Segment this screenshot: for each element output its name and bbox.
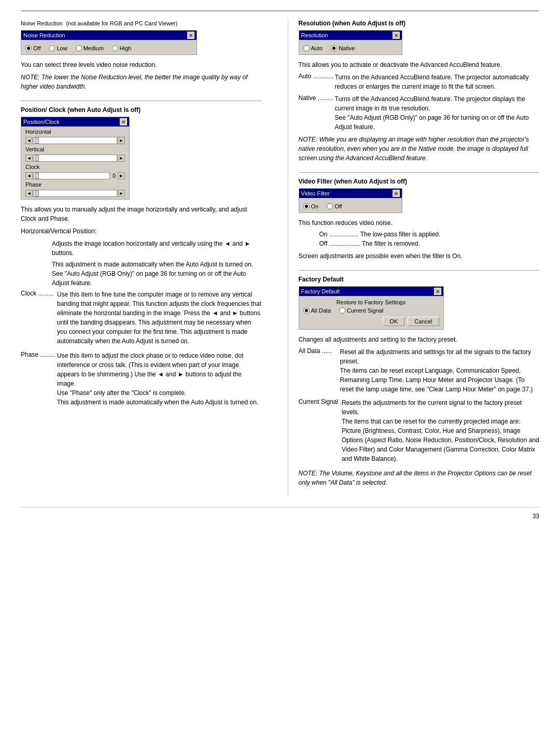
phase-label: Phase	[23, 180, 127, 189]
position-clock-dialog: Position/Clock ✕ Horizontal ◄ ►	[21, 117, 130, 200]
video-filter-body1: This function reduces video noise.	[299, 218, 540, 228]
phase-left-button[interactable]: ◄	[25, 190, 33, 197]
video-filter-section: Video Filter (when Auto Adjust is off) V…	[299, 178, 540, 261]
noise-off-radio[interactable]	[25, 45, 32, 51]
clock-term-label: Clock .........	[21, 290, 57, 346]
factory-default-titlebar: Factory Default ✕	[299, 287, 443, 296]
noise-reduction-close-button[interactable]: ✕	[187, 32, 194, 39]
noise-reduction-options: Off Low Medium	[21, 40, 197, 54]
vertical-left-button[interactable]: ◄	[25, 154, 33, 162]
left-column: Noise Reduction (not available for RGB a…	[21, 20, 272, 497]
noise-off-option[interactable]: Off	[25, 45, 40, 51]
position-clock-close-button[interactable]: ✕	[120, 118, 127, 125]
factory-currentsignal-option[interactable]: Current Signal	[339, 307, 383, 314]
video-filter-on-radio[interactable]	[303, 203, 310, 209]
noise-reduction-radio-row: Off Low Medium	[25, 45, 192, 51]
position-body1: This allows you to manually adjust the i…	[21, 205, 262, 223]
factory-default-close-button[interactable]: ✕	[434, 288, 441, 295]
resolution-options: Auto Native	[299, 40, 402, 54]
factory-alldata-label: All Data ......	[299, 347, 340, 394]
resolution-native-term: Native ......... Turns off the Advanced …	[299, 94, 540, 132]
resolution-titlebar: Resolution ✕	[299, 31, 402, 40]
resolution-native-option[interactable]: Native	[331, 45, 355, 51]
video-filter-off-option[interactable]: Off	[327, 203, 342, 209]
factory-currentsignal-label: Current Signal .	[299, 398, 342, 463]
factory-alldata-desc: Reset all the adjustments and settings f…	[340, 347, 540, 394]
phase-slider-track[interactable]	[33, 190, 117, 197]
video-filter-title: Video Filter (when Auto Adjust is off)	[299, 178, 540, 185]
noise-note: NOTE: The lower the Noise Reduction leve…	[21, 73, 262, 91]
noise-reduction-dialog: Noise Reduction ✕ Off Low	[21, 30, 197, 55]
vertical-slider-track[interactable]	[33, 154, 117, 162]
factory-currentsignal-radio[interactable]	[339, 307, 345, 314]
factory-currentsignal-term: Current Signal . Resets the adjustments …	[299, 398, 540, 463]
noise-medium-radio[interactable]	[76, 45, 82, 51]
video-filter-titlebar: Video Filter ✕	[299, 189, 402, 198]
noise-medium-option[interactable]: Medium	[76, 45, 104, 51]
resolution-close-button[interactable]: ✕	[393, 32, 400, 39]
clock-label: Clock	[23, 163, 127, 171]
factory-default-section: Factory Default Factory Default ✕ Restor…	[299, 276, 540, 487]
clock-slider-thumb	[35, 173, 39, 179]
section-divider-1	[21, 101, 262, 101]
noise-reduction-titlebar: Noise Reduction ✕	[21, 31, 197, 40]
position-clock-content: Horizontal ◄ ► Vertical ◄	[21, 126, 129, 199]
video-filter-on-desc: On ................. The low-pass filter…	[319, 231, 540, 238]
section-divider-2	[299, 172, 540, 173]
video-filter-on-option[interactable]: On	[303, 203, 319, 209]
resolution-title: Resolution (when Auto Adjust is off)	[299, 20, 540, 27]
resolution-auto-option[interactable]: Auto	[303, 45, 323, 51]
noise-low-option[interactable]: Low	[49, 45, 67, 51]
vertical-slider-row: ◄ ►	[25, 154, 125, 162]
video-filter-off-radio[interactable]	[327, 203, 333, 209]
noise-high-option[interactable]: High	[112, 45, 132, 51]
resolution-native-label: Native .........	[299, 94, 335, 132]
horizontal-slider-thumb	[35, 137, 39, 144]
video-filter-radio-row: On Off	[303, 203, 398, 209]
clock-value: 0	[110, 173, 118, 179]
factory-cancel-button[interactable]: Cancel	[408, 317, 439, 326]
phase-term-label: Phase .........	[21, 351, 57, 407]
position-clock-title: Position/ Clock (when Auto Adjust is off…	[21, 106, 262, 114]
factory-alldata-option[interactable]: All Data	[303, 307, 331, 314]
video-filter-options: On Off	[299, 198, 402, 213]
noise-low-radio[interactable]	[49, 45, 55, 51]
resolution-body1: This allows you to activate or deactivat…	[299, 60, 540, 69]
phase-right-button[interactable]: ►	[118, 190, 125, 197]
horizontal-slider-track[interactable]	[33, 137, 117, 144]
factory-alldata-term: All Data ...... Reset all the adjustment…	[299, 347, 540, 394]
noise-reduction-title: Noise Reduction (not available for RGB a…	[21, 20, 262, 27]
factory-default-title: Factory Default	[299, 276, 540, 283]
clock-right-button[interactable]: ►	[118, 172, 125, 179]
factory-alldata-radio[interactable]	[303, 307, 310, 314]
vertical-right-button[interactable]: ►	[118, 154, 125, 162]
factory-currentsignal-desc: Resets the adjustments for the current s…	[342, 398, 539, 463]
video-filter-close-button[interactable]: ✕	[393, 190, 400, 197]
factory-restore-label: Restore to Factory Settings	[303, 299, 439, 305]
resolution-section: Resolution (when Auto Adjust is off) Res…	[299, 20, 540, 163]
clock-slider-row: ◄ 0 ►	[25, 172, 125, 179]
horizontal-right-button[interactable]: ►	[118, 137, 125, 144]
right-column: Resolution (when Auto Adjust is off) Res…	[288, 20, 540, 497]
horizontal-left-button[interactable]: ◄	[25, 137, 33, 144]
position-clock-section: Position/ Clock (when Auto Adjust is off…	[21, 106, 262, 407]
page: Noise Reduction (not available for RGB a…	[0, 0, 560, 530]
horizontal-slider-row: ◄ ►	[25, 137, 125, 144]
resolution-radio-row: Auto Native	[303, 45, 398, 51]
clock-slider-track[interactable]	[33, 172, 110, 179]
vertical-slider-thumb	[35, 155, 39, 161]
factory-buttons-row: OK Cancel	[303, 317, 439, 326]
factory-default-dialog: Factory Default ✕ Restore to Factory Set…	[299, 286, 444, 330]
top-divider	[21, 10, 539, 11]
resolution-dialog: Resolution ✕ Auto Native	[299, 30, 402, 55]
resolution-note: NOTE: While you are displaying an image …	[299, 135, 540, 163]
noise-body1: You can select three levels video noise …	[21, 60, 262, 69]
phase-term-desc: Use this item to adjust the clock phase …	[57, 351, 262, 407]
page-number: 33	[21, 507, 539, 520]
clock-left-button[interactable]: ◄	[25, 172, 33, 179]
resolution-native-radio[interactable]	[331, 45, 337, 51]
vertical-label: Vertical	[23, 145, 127, 153]
factory-ok-button[interactable]: OK	[383, 317, 404, 326]
noise-high-radio[interactable]	[112, 45, 118, 51]
resolution-auto-radio[interactable]	[303, 45, 310, 51]
